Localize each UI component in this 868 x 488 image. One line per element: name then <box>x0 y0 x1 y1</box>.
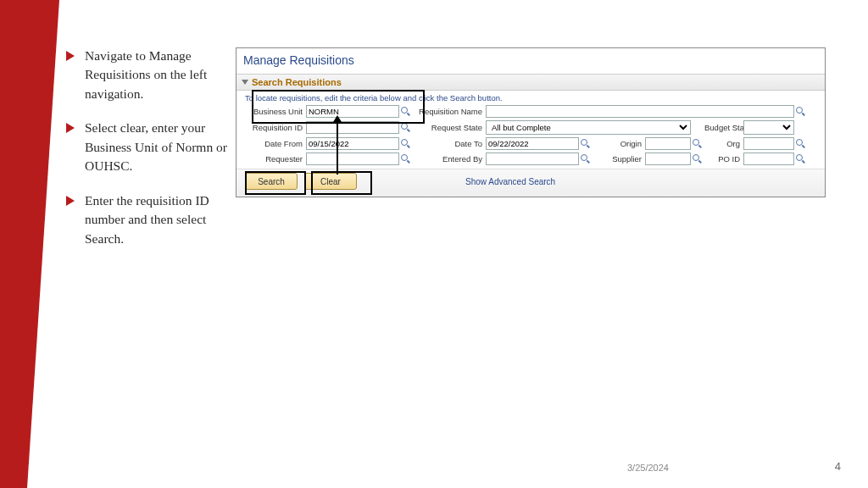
manage-requisitions-panel: Manage Requisitions Search Requisitions … <box>236 47 826 197</box>
lookup-icon[interactable] <box>796 139 805 148</box>
bullet-item: Enter the requisition ID number and then… <box>66 191 236 248</box>
bullet-item: Select clear, enter your Business Unit o… <box>66 119 236 175</box>
label-entered-by: Entered By <box>413 154 484 164</box>
label-requisition-name: Requisition Name <box>413 107 484 116</box>
instruction-bullet-list: Navigate to Manage Requisitions on the l… <box>66 47 236 248</box>
calendar-icon[interactable] <box>401 139 410 148</box>
label-budget-status: Budget Status <box>704 123 742 132</box>
search-form: Business Unit Requisition Name Requisiti… <box>236 104 825 169</box>
label-request-state: Request State <box>413 123 484 132</box>
clear-button[interactable]: Clear <box>304 173 357 190</box>
section-instruction: To locate requisitions, edit the criteri… <box>236 91 825 104</box>
date-from-field[interactable] <box>306 137 399 150</box>
requisition-name-field[interactable] <box>486 105 794 118</box>
label-requisition-id: Requisition ID <box>245 123 304 132</box>
search-button[interactable]: Search <box>245 173 298 190</box>
advanced-search-link[interactable]: Show Advanced Search <box>465 177 555 186</box>
section-title: Search Requisitions <box>252 77 342 87</box>
page-title: Manage Requisitions <box>236 48 825 74</box>
lookup-icon[interactable] <box>796 107 805 116</box>
supplier-field[interactable] <box>645 152 691 165</box>
date-to-field[interactable] <box>486 137 579 150</box>
label-origin: Origin <box>593 139 643 148</box>
label-supplier: Supplier <box>593 154 643 164</box>
label-date-to: Date To <box>413 139 484 148</box>
origin-field[interactable] <box>645 137 691 150</box>
highlight-arrow <box>337 120 338 175</box>
footer-date: 3/25/2024 <box>627 463 669 473</box>
label-business-unit: Business Unit <box>245 107 304 116</box>
lookup-icon[interactable] <box>401 107 410 116</box>
request-state-select[interactable]: All but Complete <box>486 120 691 135</box>
budget-status-select[interactable] <box>743 120 794 135</box>
lookup-icon[interactable] <box>581 154 590 164</box>
org-field[interactable] <box>743 137 794 150</box>
label-date-from: Date From <box>245 139 304 148</box>
lookup-icon[interactable] <box>401 154 410 164</box>
requester-field[interactable] <box>306 152 399 165</box>
search-requisitions-section-header[interactable]: Search Requisitions <box>236 74 825 91</box>
lookup-icon[interactable] <box>401 123 410 132</box>
lookup-icon[interactable] <box>693 154 702 164</box>
lookup-icon[interactable] <box>693 139 702 148</box>
requisition-id-field[interactable] <box>306 121 399 134</box>
instruction-text-block: Navigate to Manage Requisitions on the l… <box>66 47 236 263</box>
po-id-field[interactable] <box>743 152 794 165</box>
label-org: Org <box>704 139 742 148</box>
footer-page-number: 4 <box>835 460 841 473</box>
calendar-icon[interactable] <box>581 139 590 148</box>
business-unit-field[interactable] <box>306 105 399 118</box>
lookup-icon[interactable] <box>796 154 805 164</box>
bullet-item: Navigate to Manage Requisitions on the l… <box>66 47 236 103</box>
entered-by-field[interactable] <box>486 152 579 165</box>
label-requester: Requester <box>245 154 304 164</box>
collapse-icon <box>242 80 248 85</box>
label-po-id: PO ID <box>704 154 742 164</box>
button-row: Search Clear Show Advanced Search <box>236 169 825 197</box>
